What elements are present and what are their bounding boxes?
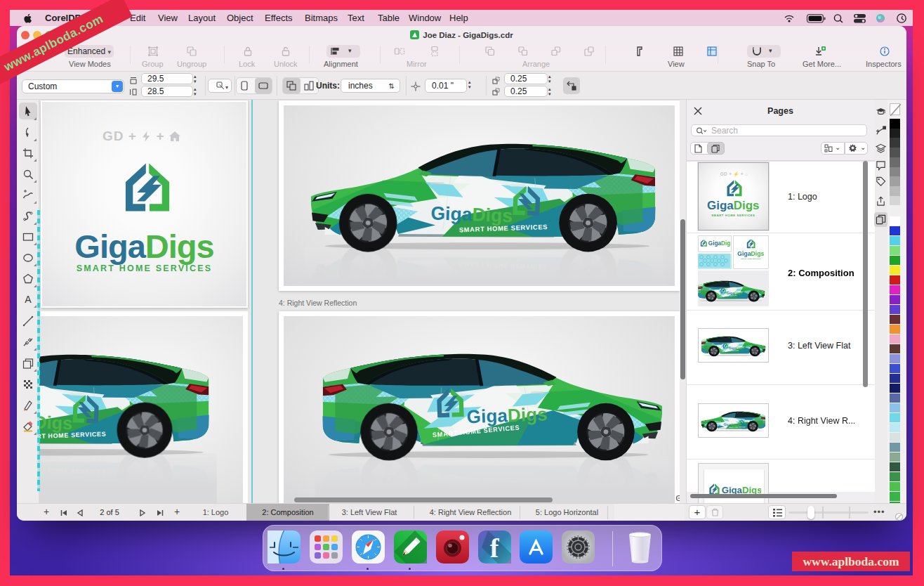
svg-text:f: f [490,533,500,563]
svg-text:GigaDigs: GigaDigs [737,250,764,257]
svg-text:GigaDigs: GigaDigs [707,199,759,212]
svg-text:SMART HOME SERVICES: SMART HOME SERVICES [741,258,761,259]
svg-text:A: A [25,294,32,305]
svg-text:SMART HOME SERVICES: SMART HOME SERVICES [711,214,755,217]
svg-text:GD + ⚡ + ⌂: GD + ⚡ + ⌂ [720,171,748,177]
